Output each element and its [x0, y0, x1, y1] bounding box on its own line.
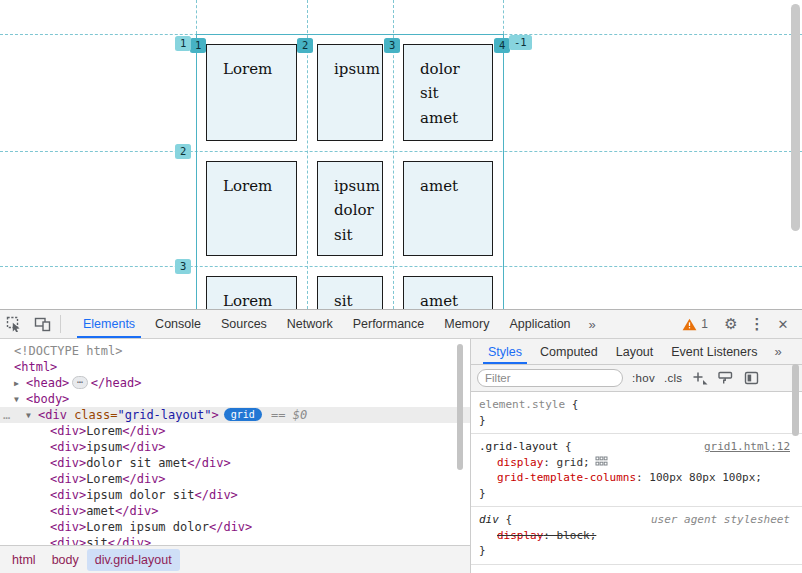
grid-item: dolor sit amet: [403, 44, 493, 141]
expand-arrow-icon[interactable]: ▶: [14, 376, 19, 392]
style-token: }: [479, 414, 486, 427]
grid-badge[interactable]: grid: [224, 408, 262, 421]
settings-gear-icon[interactable]: ⚙: [718, 315, 744, 333]
dom-token: </div>: [108, 536, 151, 545]
browser-viewport: Loremipsumdolor sit ametLoremipsum dolor…: [0, 0, 802, 309]
tab-elements[interactable]: Elements: [73, 310, 145, 338]
warning-count: 1: [701, 317, 708, 331]
toolbar-divider: [60, 315, 61, 333]
dom-tree-row[interactable]: <div>amet</div>: [0, 503, 470, 519]
sidebar-tab-styles[interactable]: Styles: [479, 339, 531, 364]
style-declaration-line[interactable]: display: block;: [479, 528, 792, 544]
stylesheet-origin-label: user agent stylesheet: [651, 512, 790, 528]
style-declaration-line[interactable]: }: [479, 413, 792, 429]
dom-token: >: [211, 408, 218, 422]
style-rule-section: element.style {}: [471, 392, 802, 434]
dom-token: </head>: [91, 376, 142, 390]
grid-editor-icon[interactable]: [595, 456, 608, 467]
dom-tree-row[interactable]: <html>: [0, 359, 470, 375]
sidebar-tab-computed[interactable]: Computed: [531, 339, 607, 364]
dom-tree-row[interactable]: <div>Lorem</div>: [0, 471, 470, 487]
dom-tree-row-selected[interactable]: …▼<div class="grid-layout">grid == $0: [0, 407, 470, 423]
styles-scrollbar[interactable]: [792, 364, 799, 436]
breadcrumb-item[interactable]: body: [44, 549, 87, 571]
style-token: : block;: [543, 529, 596, 542]
breadcrumb-item[interactable]: html: [4, 549, 44, 571]
styles-pane: StylesComputedLayoutEvent Listeners» :ho…: [470, 339, 802, 573]
inspect-element-icon[interactable]: [0, 310, 28, 338]
tab-console[interactable]: Console: [145, 310, 211, 338]
node-menu-dots[interactable]: …: [3, 407, 10, 423]
style-token: {: [558, 440, 571, 453]
styles-rules: element.style {}.grid-layout {grid1.html…: [471, 392, 802, 573]
devtools-window: Loremipsumdolor sit ametLoremipsum dolor…: [0, 0, 802, 573]
sidebar-tab-event-listeners[interactable]: Event Listeners: [662, 339, 766, 364]
tab-performance[interactable]: Performance: [343, 310, 435, 338]
dom-tree-row[interactable]: <!DOCTYPE html>: [0, 343, 470, 359]
dom-token: <html>: [14, 360, 57, 374]
dom-token: </div>: [115, 504, 158, 518]
dom-tree-row[interactable]: <div>Lorem</div>: [0, 423, 470, 439]
styles-filter-input[interactable]: [477, 369, 623, 387]
style-declaration-line[interactable]: display: grid;: [479, 455, 792, 471]
grid-item: Lorem ipsum dolor: [206, 276, 297, 309]
dom-tree-row[interactable]: <div>Lorem ipsum dolor</div>: [0, 519, 470, 535]
dom-token: <div>: [50, 504, 86, 518]
more-tabs-button[interactable]: »: [581, 310, 603, 338]
style-token: {: [499, 513, 512, 526]
more-options-icon[interactable]: ⋮: [744, 315, 770, 333]
element-classes-button[interactable]: .cls: [664, 372, 682, 384]
style-declaration-line[interactable]: }: [479, 543, 792, 559]
breadcrumb: htmlbodydiv.grid-layout: [0, 545, 470, 573]
device-toolbar-icon[interactable]: [28, 310, 56, 338]
style-token: display: [497, 529, 543, 542]
style-declaration-line[interactable]: grid-template-columns: 100px 80px 100px;: [479, 470, 792, 486]
dom-tree: <!DOCTYPE html><html>▶<head>⋯</head>▼<bo…: [0, 339, 470, 545]
dom-token: sit: [86, 536, 108, 545]
page-scrollbar[interactable]: [791, 4, 800, 231]
stylesheet-source-link[interactable]: grid1.html:12: [704, 439, 790, 455]
close-devtools-icon[interactable]: ✕: [770, 317, 796, 332]
rendering-emulation-icon[interactable]: [717, 370, 734, 386]
style-token: element.style: [479, 398, 565, 411]
tab-sources[interactable]: Sources: [211, 310, 277, 338]
computed-sidebar-toggle-icon[interactable]: [743, 370, 760, 386]
grid-line-number-badge: 4: [494, 38, 510, 53]
dom-tree-row[interactable]: <div>ipsum dolor sit</div>: [0, 487, 470, 503]
dom-token: <body>: [26, 392, 69, 406]
grid-item: Lorem: [206, 44, 297, 141]
dom-token: amet: [86, 504, 115, 518]
tab-memory[interactable]: Memory: [434, 310, 499, 338]
style-declaration-line[interactable]: element.style {: [479, 397, 792, 413]
dom-tree-row[interactable]: ▼<body>: [0, 391, 470, 407]
dom-tree-row[interactable]: <div>dolor sit amet</div>: [0, 455, 470, 471]
style-declaration-line[interactable]: }: [479, 486, 792, 502]
sidebar-tab-layout[interactable]: Layout: [607, 339, 663, 364]
dom-token: "grid-layout": [118, 408, 212, 422]
new-style-rule-icon[interactable]: [691, 370, 708, 386]
dom-tree-row[interactable]: <div>ipsum</div>: [0, 439, 470, 455]
collapse-arrow-icon[interactable]: ▼: [26, 408, 31, 424]
style-token: display: [497, 456, 543, 469]
tab-application[interactable]: Application: [499, 310, 580, 338]
collapse-arrow-icon[interactable]: ▼: [14, 392, 19, 408]
dom-token: </div>: [122, 472, 165, 486]
dom-tree-row[interactable]: ▶<head>⋯</head>: [0, 375, 470, 391]
dom-tree-row[interactable]: <div>sit</div>: [0, 535, 470, 545]
elements-scrollbar[interactable]: [457, 344, 463, 470]
style-token: div: [479, 513, 499, 526]
elements-pane: <!DOCTYPE html><html>▶<head>⋯</head>▼<bo…: [0, 339, 470, 573]
collapsed-content-button[interactable]: ⋯: [72, 376, 87, 389]
issues-counter[interactable]: 1: [672, 317, 718, 331]
grid-line-number-badge: 1: [175, 36, 191, 51]
toggle-element-state-button[interactable]: :hov: [632, 372, 655, 384]
grid-item: ipsum: [317, 44, 383, 141]
dom-token: ipsum dolor sit: [86, 488, 194, 502]
grid-line-number-badge: 3: [384, 38, 400, 53]
style-rule-section: .grid-layout {grid1.html:12display: grid…: [471, 434, 802, 507]
breadcrumb-item-selected[interactable]: div.grid-layout: [87, 549, 180, 571]
grid-item: ipsum dolor sit: [317, 161, 383, 256]
more-sidebar-tabs-button[interactable]: »: [766, 339, 788, 364]
style-token: : grid;: [543, 456, 589, 469]
tab-network[interactable]: Network: [277, 310, 343, 338]
